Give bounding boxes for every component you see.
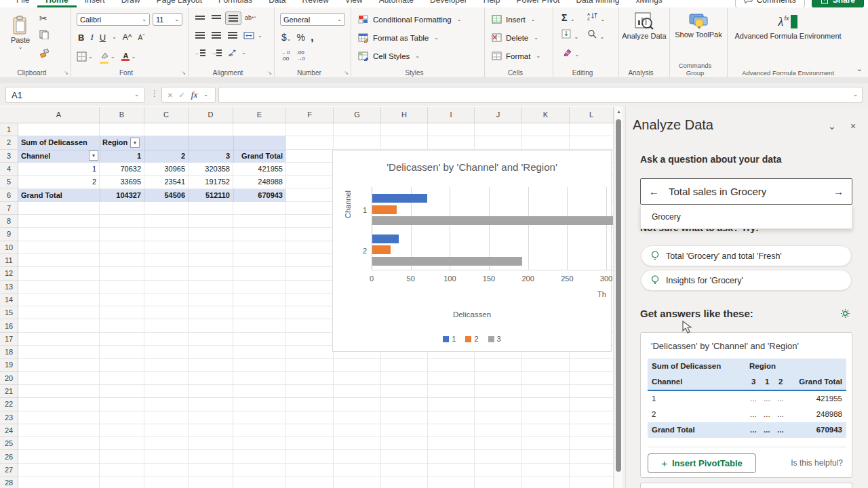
scrollbar-thumb[interactable]	[616, 119, 621, 472]
cancel-entry-icon[interactable]: ×	[167, 90, 173, 100]
column-header-I[interactable]: I	[428, 107, 475, 123]
analyze-data-button[interactable]: Analyze Data	[619, 7, 669, 73]
cell-D3[interactable]: 3	[189, 150, 233, 163]
cell-B6[interactable]: 104327	[100, 189, 144, 202]
tab-file[interactable]: File	[8, 0, 37, 7]
number-format-select[interactable]: General ⌄	[280, 13, 345, 26]
legend-item-1[interactable]: 1	[443, 335, 456, 343]
row-header-10[interactable]: 10	[0, 241, 18, 254]
cell-C5[interactable]: 23541	[144, 176, 189, 188]
legend-item-2[interactable]: 2	[465, 335, 478, 343]
pivot-chart[interactable]: 'Delicassen' by 'Channel' and 'Region' 0…	[332, 150, 612, 352]
orientation-button[interactable]: ab	[225, 47, 240, 59]
tab-data-mining[interactable]: Data Mining	[568, 0, 627, 7]
bold-button[interactable]: B	[78, 33, 84, 43]
italic-button[interactable]: I	[90, 32, 93, 43]
sort-filter-button[interactable]: AZ ⌄	[587, 12, 613, 24]
cell-A3[interactable]: Channel	[21, 150, 75, 163]
paste-button[interactable]: Paste ⌄	[7, 12, 34, 77]
column-header-D[interactable]: D	[189, 107, 233, 123]
row-header-21[interactable]: 21	[0, 385, 18, 398]
cell-B3[interactable]: 1	[100, 150, 144, 163]
pane-close-icon[interactable]: ×	[850, 121, 856, 131]
find-select-button[interactable]: ⌄	[587, 29, 613, 41]
format-as-table-button[interactable]: Format as Table⌄	[358, 28, 461, 47]
cell-E3[interactable]: Grand Total	[233, 150, 286, 163]
format-painter-icon[interactable]	[39, 48, 49, 60]
row-header-4[interactable]: 4	[0, 163, 18, 176]
chart-x-axis-title[interactable]: Delicassen	[333, 310, 611, 319]
helpful-link[interactable]: Is this helpful?	[791, 458, 843, 468]
cell-E5[interactable]: 248988	[233, 176, 286, 188]
cell-A2[interactable]: Sum of Delicassen	[21, 136, 98, 149]
answer-card[interactable]: 'Delicassen' by 'Channel' and 'Region' S…	[640, 332, 852, 478]
insert-pivottable-button[interactable]: + Insert PivotTable	[648, 453, 756, 473]
bar-channel1-region1[interactable]	[372, 194, 427, 203]
column-header-A[interactable]: A	[18, 107, 100, 123]
underline-button[interactable]: U	[100, 33, 106, 43]
increase-indent-button[interactable]: →	[209, 47, 224, 59]
align-left-button[interactable]	[193, 29, 208, 41]
column-header-J[interactable]: J	[475, 107, 522, 123]
region-filter-dropdown[interactable]: ▼	[130, 138, 140, 148]
column-header-K[interactable]: K	[522, 107, 570, 123]
accounting-format-button[interactable]: $⌄	[281, 32, 292, 43]
wrap-text-button[interactable]: ab↩	[243, 12, 258, 24]
cell-styles-button[interactable]: Cell Styles⌄	[358, 47, 461, 65]
tab-help[interactable]: Help	[475, 0, 509, 7]
suggestion-dropdown-item[interactable]: Grocery	[640, 205, 852, 229]
row-header-6[interactable]: 6	[0, 189, 18, 202]
row-header-28[interactable]: 28	[0, 476, 18, 488]
column-header-G[interactable]: G	[334, 107, 381, 123]
dialog-launcher-icon[interactable]: ↘	[181, 70, 186, 76]
channel-filter-dropdown[interactable]: ▼	[89, 150, 98, 161]
row-header-22[interactable]: 22	[0, 398, 18, 411]
bar-channel1-region2[interactable]	[372, 205, 397, 214]
cell-B4[interactable]: 70632	[100, 163, 144, 176]
cell-D4[interactable]: 320358	[189, 163, 233, 176]
tab-power-pivot[interactable]: Power Pivot	[508, 0, 568, 7]
percent-style-button[interactable]: %	[297, 32, 305, 43]
comma-style-button[interactable]: ,	[311, 30, 314, 44]
chart-title[interactable]: 'Delicassen' by 'Channel' and 'Region'	[333, 161, 611, 173]
submit-arrow-icon[interactable]: →	[833, 186, 844, 197]
share-button[interactable]: Share	[812, 0, 864, 7]
row-header-14[interactable]: 14	[0, 293, 18, 306]
chart-y-axis-title[interactable]: Channel	[344, 190, 352, 218]
format-cells-button[interactable]: Format⌄	[492, 47, 540, 65]
tab-home[interactable]: Home	[37, 0, 76, 7]
cell-B2[interactable]: Region	[102, 136, 130, 149]
expand-formula-bar-icon[interactable]: ⌄	[853, 92, 858, 98]
insert-cells-button[interactable]: Insert⌄	[492, 10, 540, 28]
legend-item-3[interactable]: 3	[488, 335, 501, 343]
afe-button[interactable]: λ fx Advanced Formula Environment	[728, 7, 848, 73]
font-size-select[interactable]: 11 ⌄	[153, 13, 182, 26]
name-box[interactable]: A1 ⌄	[5, 87, 145, 103]
tab-draw[interactable]: Draw	[113, 0, 149, 7]
borders-button[interactable]: ⌄	[77, 52, 93, 62]
dialog-launcher-icon[interactable]: ↘	[64, 70, 68, 76]
cell-C6[interactable]: 54506	[144, 189, 189, 202]
collapse-ribbon-icon[interactable]: ⌄	[856, 64, 863, 73]
column-header-B[interactable]: B	[100, 107, 144, 123]
cell-D6[interactable]: 512110	[189, 189, 233, 202]
tab-page-layout[interactable]: Page Layout	[149, 0, 210, 7]
clear-button[interactable]: ⌄	[561, 47, 587, 59]
column-header-E[interactable]: E	[233, 107, 286, 123]
merge-center-button[interactable]	[241, 29, 256, 41]
suggestion-pill-1[interactable]: Total 'Grocery' and total 'Fresh'	[641, 245, 852, 266]
increase-decimal-button[interactable]: ←0.00	[281, 49, 290, 62]
tab-data[interactable]: Data	[260, 0, 294, 7]
copy-icon[interactable]	[39, 30, 49, 42]
back-arrow-icon[interactable]: ←	[649, 186, 659, 197]
font-color-button[interactable]: A ⌄	[121, 52, 136, 61]
grid-body[interactable]: Sum of Delicassen Region ▼ Channel ▼ 1 2…	[18, 123, 614, 488]
vertical-scrollbar[interactable]: ▲	[614, 106, 623, 488]
row-header-16[interactable]: 16	[0, 320, 18, 333]
row-header-7[interactable]: 7	[0, 202, 18, 215]
dialog-launcher-icon[interactable]: ↘	[267, 70, 272, 76]
row-header-11[interactable]: 11	[0, 254, 18, 267]
font-name-select[interactable]: Calibri ⌄	[77, 13, 150, 26]
shrink-font-button[interactable]: Aˇ	[138, 34, 144, 41]
formula-bar-handle[interactable]: ⋮	[151, 89, 159, 98]
